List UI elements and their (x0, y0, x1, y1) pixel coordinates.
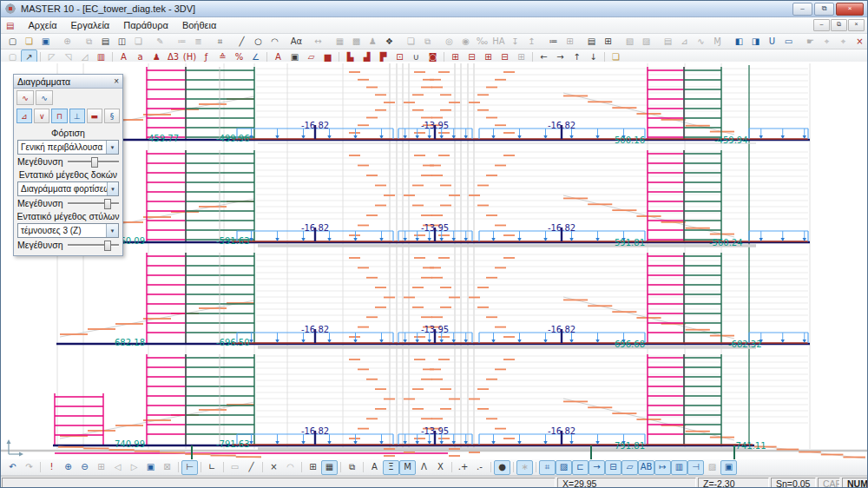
beam-diagram-toggle[interactable]: ∿ (16, 90, 34, 105)
ha-tool[interactable]: ΗΑ (490, 34, 507, 49)
toggle-extra[interactable]: ▨ (704, 460, 720, 475)
toggle-plate[interactable]: ▱ (621, 460, 638, 475)
stamp-tool[interactable]: ⊕ (59, 34, 76, 49)
page-setup[interactable]: ❏ (130, 34, 147, 49)
letter-xi-layer[interactable]: Ξ (383, 460, 399, 475)
copy-view[interactable]: ⧉ (344, 460, 360, 475)
mdi-close-button[interactable]: × (848, 19, 865, 31)
circle-tool[interactable]: ○ (250, 34, 266, 49)
letter-x-layer[interactable]: X (432, 460, 449, 475)
line-draw[interactable]: ╱ (243, 460, 260, 475)
loading-combobox[interactable]: Γενική περιβάλλουσα ▼ (17, 140, 119, 155)
toggle-beam[interactable]: ⊟ (605, 460, 621, 475)
close-button[interactable]: × (836, 3, 864, 16)
view-3d-2[interactable]: ▨ (638, 34, 654, 49)
degrees-tool[interactable]: ‰ (474, 34, 490, 49)
tools[interactable]: ❖ (381, 34, 398, 49)
arc-tool[interactable]: ◠ (266, 34, 283, 49)
open-file[interactable]: ❏ (21, 34, 37, 49)
axial-n-diagram[interactable]: ⊿ (16, 109, 32, 123)
close-icon[interactable]: × (114, 77, 119, 86)
mdi-minimize-button[interactable]: – (813, 19, 830, 31)
letter-lambda-layer[interactable]: Λ (416, 460, 432, 475)
point-plus[interactable]: .+ (455, 460, 471, 475)
toggle-dim[interactable]: ↦ (654, 460, 671, 475)
print-preview[interactable]: ◫ (114, 34, 130, 49)
column-diagram-toggle[interactable]: ∿ (36, 90, 53, 105)
member-tool[interactable]: ♟ (365, 34, 381, 49)
menu-item[interactable]: Παράθυρα (116, 19, 175, 31)
section-forces[interactable]: § (104, 109, 120, 123)
shear-v-diagram[interactable]: ∨ (34, 109, 49, 123)
zoom-doc-1[interactable]: ◎ (441, 34, 457, 49)
letter-m-layer[interactable]: M (399, 460, 416, 475)
pan-hand[interactable]: ☛ (802, 34, 819, 49)
toggle-hatch[interactable]: ▨ (556, 460, 572, 475)
snap-mode[interactable]: ∗ (516, 460, 533, 475)
print[interactable]: ▤ (97, 34, 114, 49)
dropdown-arrow-icon[interactable]: ▼ (107, 182, 118, 195)
toggle-arrow[interactable]: → (589, 460, 605, 475)
zoom-doc-2[interactable]: ◉ (457, 34, 474, 49)
toggle-wall[interactable]: ⊏ (572, 460, 589, 475)
list-props[interactable]: ≣ (190, 34, 207, 49)
saw-tool[interactable]: ∿ (693, 34, 709, 49)
measure-tool[interactable]: ▭ (227, 460, 243, 475)
edit-pencil[interactable]: ✎ (152, 34, 168, 49)
toggle-text[interactable]: AB (638, 460, 654, 475)
window-tile[interactable]: ⧉ (419, 34, 436, 49)
mouse-mode[interactable]: ● (494, 460, 510, 475)
view-3d-1[interactable]: ▧ (621, 34, 638, 49)
restore-button[interactable]: ⧉ (814, 3, 834, 16)
mdi-restore-button[interactable]: ⧉ (831, 19, 847, 31)
redo[interactable]: ↷ (21, 460, 37, 475)
u-view[interactable]: U (764, 34, 780, 49)
print-batch[interactable]: ▤ (583, 34, 600, 49)
dropdown-arrow-icon[interactable]: ▼ (106, 224, 118, 237)
intersect-tool[interactable]: × (266, 460, 282, 475)
zoom-window[interactable]: ⊞ (93, 460, 109, 475)
find-member-2[interactable]: ⌖ (835, 34, 852, 49)
redraw[interactable]: ! (43, 460, 60, 475)
text-tool[interactable]: Aα (288, 34, 305, 49)
zoom-off[interactable]: ⊠ (159, 460, 175, 475)
zoom-previous[interactable]: ◁ (109, 460, 126, 475)
frame-gray[interactable]: ▤ (660, 34, 676, 49)
zoom-extents[interactable]: ▣ (142, 460, 159, 475)
view-right[interactable]: ◨ (747, 34, 764, 49)
torsion-diagram[interactable]: ⊥ (69, 109, 85, 123)
hatch-tool[interactable]: ▩ (348, 34, 365, 49)
toggle-end[interactable]: ⊣ (687, 460, 704, 475)
copy[interactable]: ⧉ (81, 34, 97, 49)
toggle-grid[interactable]: ⌗ (539, 460, 556, 475)
red-bar-indicator[interactable]: ▬ (87, 109, 102, 123)
view-left[interactable]: ◧ (731, 34, 747, 49)
stairs-tool[interactable]: ⊿ (676, 34, 693, 49)
save-file[interactable]: ▣ (37, 34, 54, 49)
drawing-canvas[interactable]: 459.77-499.96-16.82-13.95-16.82500.16-45… (1, 62, 868, 459)
dimension-tool[interactable]: ↔ (310, 34, 326, 49)
window-cascade[interactable]: ❏ (403, 34, 419, 49)
undo[interactable]: ↶ (4, 460, 21, 475)
beam-magnitude-combobox[interactable]: Διαγράμματα φορτίσεων ▼ (17, 181, 119, 196)
zoom-next[interactable]: ▷ (126, 460, 142, 475)
comment-view[interactable]: ▭ (780, 34, 797, 49)
ele-tool[interactable]: ▦ (332, 34, 348, 49)
zoom-in[interactable]: ⊕ (60, 460, 76, 475)
m-tool[interactable]: Ɱ (709, 34, 726, 49)
line-tool[interactable]: ╱ (233, 34, 250, 49)
table-calc[interactable]: ⊞ (305, 460, 321, 475)
table-tool[interactable]: ⊞ (600, 34, 616, 49)
diagram-display[interactable]: ⊢ (181, 460, 198, 475)
toggle-fill[interactable]: ▥ (671, 460, 687, 475)
find-member-1[interactable]: ⌖ (819, 34, 835, 49)
protractor[interactable]: ◠ (282, 460, 299, 475)
letter-a-layer[interactable]: A (366, 460, 383, 475)
beam-zoom-slider[interactable] (68, 198, 119, 208)
corner-view[interactable]: ∟ (204, 460, 220, 475)
menu-item[interactable]: Εργαλεία (64, 19, 117, 31)
menu-item[interactable]: Αρχεία (21, 19, 63, 31)
delete-tool[interactable]: × (852, 34, 868, 49)
grid-tool[interactable]: ⌗ (212, 34, 228, 49)
dropdown-arrow-icon[interactable]: ▼ (106, 141, 118, 154)
